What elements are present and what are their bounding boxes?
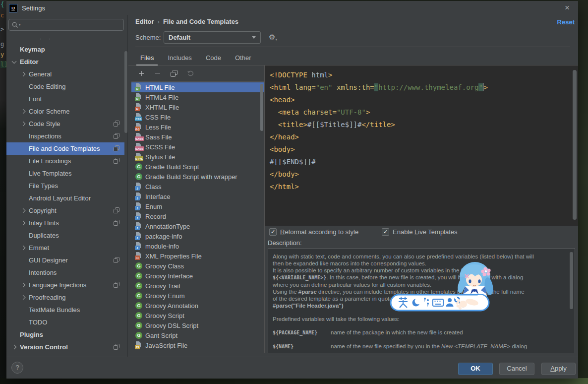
sidebar-item-todo[interactable]: TODO xyxy=(6,316,124,328)
template-item-gradle-build-script-with-wrapper[interactable]: GGradle Build Script with wrapper xyxy=(131,172,264,182)
sidebar-item-code-style[interactable]: Code Style xyxy=(6,118,124,130)
scheme-gear-button[interactable]: ⚙▾ xyxy=(269,33,277,42)
template-item-groovy-script[interactable]: GGroovy Script xyxy=(131,311,264,320)
ok-button[interactable]: OK xyxy=(458,363,493,375)
chevron-right-icon[interactable] xyxy=(21,246,26,251)
template-item-groovy-annotation[interactable]: GGroovy Annotation xyxy=(131,301,264,311)
copy-settings-icon xyxy=(114,207,119,213)
sidebar-item-copyright[interactable]: Copyright xyxy=(6,204,124,217)
chevron-right-icon[interactable] xyxy=(21,283,26,288)
search-options-arrow-icon[interactable]: ▾ xyxy=(19,23,21,27)
file-type-icon: <> xyxy=(135,252,143,260)
sidebar-item-color-scheme[interactable]: Color Scheme xyxy=(6,105,124,118)
tab-includes[interactable]: Includes xyxy=(161,51,198,65)
template-code-editor[interactable]: <!DOCTYPE html><html lang="en" xmlns:th=… xyxy=(265,65,578,226)
template-item-gradle-build-script[interactable]: GGradle Build Script xyxy=(131,162,264,172)
tab-other[interactable]: Other xyxy=(228,51,258,65)
close-icon[interactable]: × xyxy=(562,3,572,13)
description-scrollbar[interactable] xyxy=(570,252,573,309)
tree-scrollbar[interactable] xyxy=(124,51,127,133)
template-item-class[interactable]: JClass xyxy=(131,182,264,192)
template-item-package-info[interactable]: Jpackage-info xyxy=(131,231,264,241)
template-item-less-file[interactable]: {L}Less File xyxy=(131,122,264,132)
checkbox-icon[interactable]: ✓ xyxy=(382,228,389,236)
live-templates-checkbox[interactable]: ✓Enable Live Templates xyxy=(382,228,458,236)
sidebar-item-font[interactable]: Font xyxy=(6,93,124,105)
sidebar-item-file-encodings[interactable]: File Encodings xyxy=(6,155,124,167)
sidebar-item-build-execution-deployment[interactable]: Build, Execution, Deployment xyxy=(6,353,124,357)
template-item-enum[interactable]: JEnum xyxy=(131,201,264,211)
tab-files[interactable]: Files xyxy=(133,51,161,65)
chevron-right-icon[interactable] xyxy=(21,208,26,213)
variable-description: name of the package in which the new fil… xyxy=(331,329,463,336)
chevron-right-icon[interactable] xyxy=(12,345,17,350)
template-item-xml-properties-file[interactable]: <>XML Properties File xyxy=(131,251,264,261)
chevron-right-icon[interactable] xyxy=(21,221,26,226)
sidebar-item-general[interactable]: General xyxy=(6,68,124,80)
chevron-down-icon[interactable] xyxy=(12,59,17,64)
sidebar-item-plugins[interactable]: Plugins xyxy=(6,328,124,341)
template-item-label: Stylus File xyxy=(145,153,175,161)
scheme-select[interactable]: Default xyxy=(164,31,261,44)
chevron-spacer xyxy=(21,258,25,262)
template-item-gant-script[interactable]: GGant Script xyxy=(131,330,264,340)
chevron-spacer xyxy=(21,196,25,200)
sidebar-item-textmate-bundles[interactable]: TextMate Bundles xyxy=(6,304,124,316)
template-item-groovy-trait[interactable]: GGroovy Trait xyxy=(131,281,264,291)
chevron-right-icon[interactable] xyxy=(21,72,26,77)
template-item-annotationtype[interactable]: JAnnotationType xyxy=(131,221,264,231)
sidebar-item-intentions[interactable]: Intentions xyxy=(6,266,124,279)
template-item-groovy-interface[interactable]: GGroovy Interface xyxy=(131,271,264,281)
sidebar-item-live-templates[interactable]: Live Templates xyxy=(6,167,124,180)
add-template-button[interactable] xyxy=(137,69,145,77)
template-item-scss-file[interactable]: SASSSCSS File xyxy=(131,142,264,152)
template-item-interface[interactable]: JInterface xyxy=(131,192,264,201)
sidebar-item-emmet[interactable]: Emmet xyxy=(6,242,124,254)
template-item-xhtml-file[interactable]: HXHTML File xyxy=(131,102,264,112)
title-bar[interactable]: IJ Settings × xyxy=(6,1,578,15)
sidebar-item-keymap[interactable]: Keymap xyxy=(6,43,124,56)
sidebar-item-file-and-code-templates[interactable]: File and Code Templates xyxy=(6,142,124,155)
list-scrollbar[interactable] xyxy=(260,84,263,131)
sidebar-item-gui-designer[interactable]: GUI Designer xyxy=(6,254,124,266)
chevron-right-icon[interactable] xyxy=(21,109,26,114)
sidebar-item-duplicates[interactable]: Duplicates xyxy=(6,229,124,242)
template-item-groovy-dsl-script[interactable]: GGroovy DSL Script xyxy=(131,320,264,330)
reset-link[interactable]: Reset xyxy=(557,18,575,26)
template-item-stylus-file[interactable]: STYLStylus File xyxy=(131,152,264,162)
apply-button[interactable]: Apply xyxy=(541,363,576,375)
sidebar-item-version-control[interactable]: Version Control xyxy=(6,341,124,353)
chevron-right-icon[interactable] xyxy=(21,295,26,300)
sidebar-item-android-layout-editor[interactable]: Android Layout Editor xyxy=(6,192,124,204)
template-item-javascript-file[interactable]: JSJavaScript File xyxy=(131,340,264,350)
sidebar-item-code-editing[interactable]: Code Editing xyxy=(6,80,124,93)
breadcrumb-editor[interactable]: Editor xyxy=(135,18,154,25)
sidebar-item-editor[interactable]: Editor xyxy=(6,56,124,68)
help-button[interactable]: ? xyxy=(11,362,23,374)
copy-template-button[interactable] xyxy=(170,69,178,77)
checkbox-icon[interactable]: ✓ xyxy=(269,228,277,236)
chevron-right-icon[interactable] xyxy=(21,122,26,127)
editor-scrollbar[interactable] xyxy=(573,70,577,220)
sidebar-item-file-types[interactable]: File Types xyxy=(6,180,124,192)
reformat-checkbox[interactable]: ✓Reformat according to style xyxy=(269,228,358,236)
cancel-button[interactable]: Cancel xyxy=(499,363,534,375)
sidebar-item-proofreading[interactable]: Proofreading xyxy=(6,291,124,304)
file-type-icon: J xyxy=(135,183,143,191)
sidebar-item-inspections[interactable]: Inspections xyxy=(6,130,124,142)
search-input[interactable]: ▾ xyxy=(8,19,124,31)
tab-code[interactable]: Code xyxy=(199,51,228,65)
sidebar-item-inlay-hints[interactable]: Inlay Hints xyxy=(6,217,124,229)
template-item-html4-file[interactable]: HHTML4 File xyxy=(131,92,264,102)
template-item-module-info[interactable]: Jmodule-info xyxy=(131,241,264,251)
sidebar-item-language-injections[interactable]: Language Injections xyxy=(6,279,124,291)
template-item-record[interactable]: JRecord xyxy=(131,211,264,221)
template-item-html-file[interactable]: HHTML File xyxy=(131,82,264,92)
template-item-css-file[interactable]: CSSCSS File xyxy=(131,112,264,122)
template-item-sass-file[interactable]: SASSSass File xyxy=(131,132,264,142)
template-item-label: Interface xyxy=(145,193,171,200)
template-item-label: HTML4 File xyxy=(145,94,178,101)
template-item-groovy-enum[interactable]: GGroovy Enum xyxy=(131,291,264,301)
sidebar-item-[interactable]: · · xyxy=(6,35,124,43)
template-item-groovy-class[interactable]: GGroovy Class xyxy=(131,261,264,271)
